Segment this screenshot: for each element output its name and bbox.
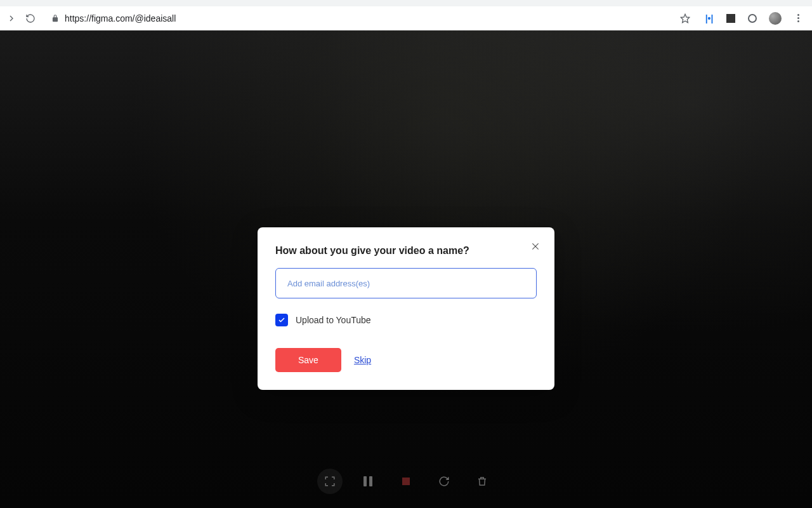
- fullscreen-button[interactable]: [317, 469, 343, 494]
- name-video-modal: How about you give your video a name? Up…: [258, 227, 554, 390]
- toolbar-right: |•|: [704, 12, 807, 25]
- video-name-input[interactable]: [275, 268, 537, 298]
- delete-button[interactable]: [469, 469, 495, 494]
- browser-tab-bar: [0, 0, 812, 6]
- video-controls: [308, 466, 504, 497]
- lock-icon: [51, 14, 60, 23]
- profile-avatar[interactable]: [769, 12, 782, 25]
- forward-button[interactable]: [5, 12, 18, 25]
- stop-button[interactable]: [393, 469, 419, 494]
- skip-link[interactable]: Skip: [354, 355, 371, 365]
- reload-button[interactable]: [24, 12, 37, 25]
- page-background: How about you give your video a name? Up…: [0, 30, 812, 508]
- modal-actions: Save Skip: [275, 348, 537, 372]
- upload-youtube-label: Upload to YouTube: [296, 315, 371, 325]
- bookmark-star-icon[interactable]: [680, 13, 690, 23]
- upload-youtube-checkbox[interactable]: [275, 314, 288, 326]
- extension-icon-2[interactable]: [726, 13, 736, 23]
- extension-icon-1[interactable]: |•|: [704, 13, 714, 23]
- modal-title: How about you give your video a name?: [275, 245, 537, 257]
- browser-toolbar: https://figma.com/@ideaisall |•|: [0, 6, 812, 30]
- restart-button[interactable]: [431, 469, 457, 494]
- svg-marker-0: [681, 14, 689, 22]
- close-button[interactable]: [528, 239, 543, 254]
- save-button[interactable]: Save: [275, 348, 341, 372]
- extension-icon-3[interactable]: [747, 13, 757, 23]
- address-bar[interactable]: https://figma.com/@ideaisall: [43, 10, 698, 27]
- browser-menu-icon[interactable]: [793, 13, 803, 23]
- upload-checkbox-row: Upload to YouTube: [275, 314, 537, 326]
- url-text: https://figma.com/@ideaisall: [65, 13, 675, 23]
- pause-button[interactable]: [355, 469, 381, 494]
